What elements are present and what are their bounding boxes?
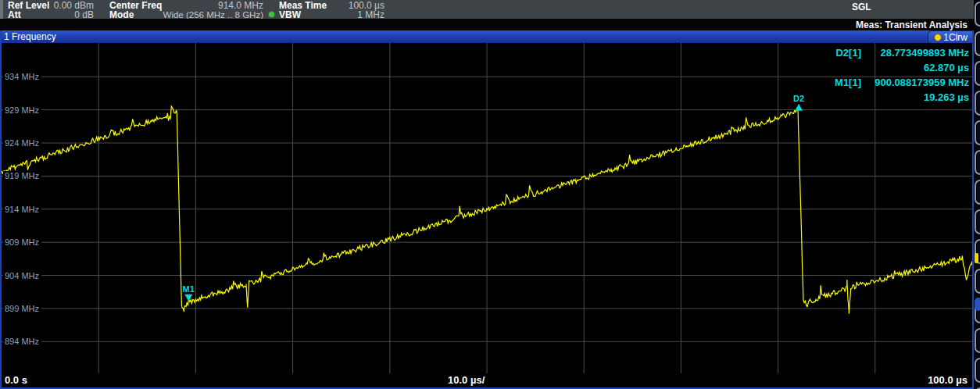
- softkey-tab-edge[interactable]: [975, 120, 980, 145]
- softkey-tab-edge[interactable]: [975, 61, 980, 86]
- y-axis-label: 914 MHz: [3, 205, 41, 214]
- softkey-tab-edge[interactable]: [975, 358, 980, 383]
- window-title: 1 Frequency: [4, 31, 56, 42]
- trace-label: 1Clrw: [943, 32, 967, 43]
- readout-row-m1-freq: M1[1] 900.088173959 MHz: [813, 75, 969, 90]
- meas-mode-bar: Meas: Transient Analysis: [0, 19, 974, 30]
- readout-row-d2-time: 62.870 µs: [813, 60, 969, 75]
- softkey-tab-edge[interactable]: [975, 91, 980, 116]
- marker-d2-label[interactable]: D2: [793, 94, 804, 103]
- time-per-div-label: 10.0 µs/: [448, 374, 485, 386]
- header-edge-accent: [0, 0, 3, 19]
- y-axis-label: 929 MHz: [3, 105, 41, 115]
- time-axis-bar: 0.0 s 10.0 µs/ 100.0 µs: [0, 373, 974, 387]
- vbw-value[interactable]: 1 MHz: [328, 10, 384, 19]
- readout-row-m1-time: 19.263 µs: [813, 90, 969, 105]
- vbw-label[interactable]: VBW: [279, 10, 301, 19]
- mode-value[interactable]: Wide (256 MHz .. 8 GHz): [154, 10, 263, 19]
- softkey-tab-edge[interactable]: [975, 180, 980, 205]
- plot-area[interactable]: M1D2 934 MHz929 MHz924 MHz919 MHz914 MHz…: [2, 43, 972, 373]
- att-value[interactable]: 0 dB: [48, 10, 94, 19]
- softkey-marker-blue: [975, 298, 980, 311]
- time-start-label: 0.0 s: [5, 374, 27, 386]
- time-end-label: 100.0 µs: [928, 374, 967, 386]
- marker-m1-label[interactable]: M1: [183, 284, 195, 294]
- softkey-marker-yellow: [975, 253, 978, 263]
- y-axis-label: 934 MHz: [3, 72, 41, 81]
- readout-row-d2-freq: D2[1] 28.773499893 MHz: [813, 45, 969, 60]
- sgl-status: SGL: [852, 2, 871, 12]
- center-freq-value[interactable]: 914.0 MHz: [154, 1, 263, 10]
- measurement-window: Ref Level 0.00 dBm Att 0 dB Center Freq …: [0, 0, 974, 389]
- header-bar: Ref Level 0.00 dBm Att 0 dB Center Freq …: [0, 0, 974, 19]
- softkey-tab-edge[interactable]: [975, 31, 980, 56]
- y-axis-label: 894 MHz: [3, 337, 41, 346]
- window-border-right: [972, 30, 974, 389]
- softkey-side-strip[interactable]: [974, 0, 980, 389]
- vbw-led-icon: [269, 12, 274, 17]
- y-axis-label: 919 MHz: [3, 171, 41, 180]
- y-axis-label: 904 MHz: [3, 271, 41, 280]
- y-axis-label: 909 MHz: [3, 237, 41, 247]
- y-axis-label: 924 MHz: [3, 138, 41, 148]
- marker-readout: D2[1] 28.773499893 MHz 62.870 µs M1[1] 9…: [813, 45, 969, 105]
- mode-label[interactable]: Mode: [109, 10, 134, 19]
- window-border-left: [0, 30, 2, 389]
- softkey-tab-edge[interactable]: [975, 2, 980, 27]
- softkey-tab-edge[interactable]: [975, 209, 980, 234]
- att-label[interactable]: Att: [8, 10, 21, 19]
- softkey-tab-edge[interactable]: [975, 269, 980, 294]
- analyzer-screen: Ref Level 0.00 dBm Att 0 dB Center Freq …: [0, 0, 980, 389]
- y-axis-label: 899 MHz: [3, 304, 41, 313]
- marker-d2-icon[interactable]: [795, 104, 803, 111]
- meas-mode-label: Meas: Transient Analysis: [856, 20, 967, 30]
- window-titlebar[interactable]: 1 Frequency 1Clrw: [0, 30, 974, 43]
- trace-dot-icon: [934, 34, 942, 41]
- softkey-tab-edge[interactable]: [975, 150, 980, 175]
- softkey-tab-edge[interactable]: [975, 328, 980, 353]
